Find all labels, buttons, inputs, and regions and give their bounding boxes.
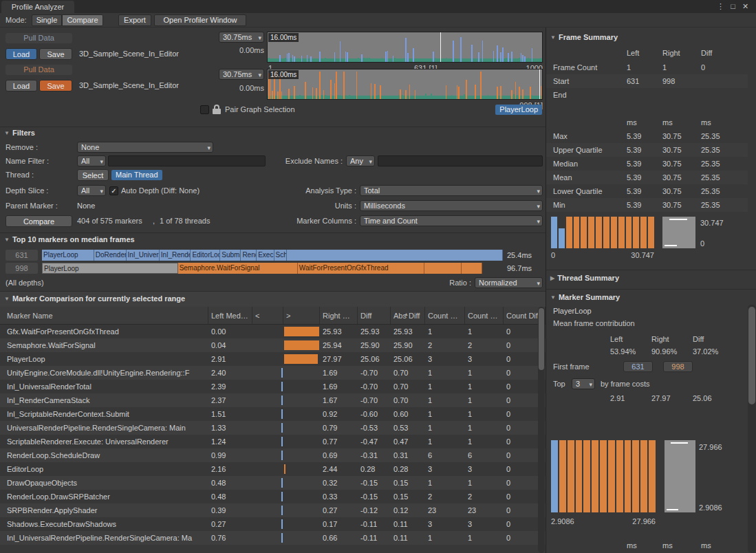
- frame-summary-histogram[interactable]: [551, 217, 654, 248]
- marker-segment[interactable]: [287, 250, 503, 261]
- marker-comparison-header[interactable]: ▼Marker Comparison for currently selecte…: [4, 294, 185, 303]
- marker-row[interactable]: Gfx.WaitForPresentOnGfxThread0.0025.9325…: [0, 325, 546, 338]
- remove-dropdown[interactable]: None ▾: [77, 142, 213, 153]
- column-header[interactable]: Marker Name: [0, 307, 208, 324]
- column-header[interactable]: Count Left: [425, 307, 465, 324]
- table-row[interactable]: Mean5.3930.7525.35: [546, 171, 748, 184]
- marker-segment[interactable]: PlayerLoop: [42, 250, 94, 261]
- marker-segment[interactable]: Inl_Render: [160, 250, 191, 261]
- marker-segment[interactable]: Sch: [274, 250, 287, 261]
- top-n-dropdown[interactable]: 3 ▾: [572, 378, 595, 389]
- first-frame-right-button[interactable]: 998: [663, 361, 693, 372]
- marker-segment[interactable]: Semaphore.WaitForSignal: [178, 263, 298, 274]
- save-right-button[interactable]: Save: [39, 80, 72, 91]
- table-row[interactable]: Start631998: [546, 74, 748, 88]
- marker-row[interactable]: Inl_RenderCameraStack2.371.67-0.700.7011…: [0, 393, 546, 407]
- first-frame-left-button[interactable]: 631: [623, 361, 653, 372]
- table-row[interactable]: Frame Count110: [546, 61, 748, 74]
- scale-right-dropdown[interactable]: 30.75ms ▾: [219, 69, 264, 80]
- tab-profile-analyzer[interactable]: Profile Analyzer: [1, 1, 74, 13]
- exclude-mode-dropdown[interactable]: Any ▾: [346, 155, 375, 166]
- selected-marker-chip[interactable]: PlayerLoop: [495, 105, 542, 115]
- table-row[interactable]: Min5.3930.7525.35: [546, 198, 748, 212]
- marker-summary-histogram[interactable]: [551, 440, 656, 512]
- maximize-icon[interactable]: □: [728, 1, 738, 12]
- ratio-dropdown[interactable]: Normalized ▾: [475, 277, 543, 288]
- marker-row[interactable]: SRPBRender.ApplyShader0.390.27-0.120.122…: [0, 503, 546, 517]
- table-scrollbar[interactable]: [538, 307, 545, 553]
- table-row[interactable]: End: [546, 88, 748, 102]
- marker-row[interactable]: ScriptableRenderer.Execute: UniversalRen…: [0, 435, 546, 448]
- frame-graph-right[interactable]: 16.00ms: [267, 69, 543, 100]
- table-row[interactable]: Upper Quartile5.3930.7525.35: [546, 143, 748, 157]
- thread-select-button[interactable]: Select: [77, 169, 109, 181]
- scrollbar-thumb[interactable]: [539, 308, 544, 370]
- close-icon[interactable]: ✕: [740, 1, 750, 12]
- marker-segment[interactable]: [424, 263, 462, 274]
- scale-left-dropdown[interactable]: 30.75ms ▾: [219, 32, 264, 43]
- pair-graph-checkbox[interactable]: [200, 105, 209, 114]
- column-header[interactable]: Right Median: [320, 307, 358, 324]
- frame-index[interactable]: 631: [6, 250, 38, 261]
- marker-row[interactable]: Inl_UniversalRenderTotal2.391.69-0.700.7…: [0, 380, 546, 393]
- marker-summary-boxplot[interactable]: [665, 440, 695, 512]
- marker-segment[interactable]: [462, 263, 482, 274]
- marker-row[interactable]: EditorLoop2.162.440.280.28330: [0, 462, 546, 476]
- marker-row[interactable]: Semaphore.WaitForSignal0.0425.9425.9025.…: [0, 338, 546, 352]
- analysis-type-dropdown[interactable]: Total ▾: [360, 185, 543, 196]
- export-button[interactable]: Export: [118, 14, 151, 26]
- frame-summary-boxplot[interactable]: [662, 217, 695, 248]
- column-header[interactable]: Left Median: [208, 307, 252, 324]
- name-filter-input[interactable]: [108, 155, 266, 166]
- table-row[interactable]: msmsms: [546, 116, 748, 129]
- marker-segment[interactable]: DoRenderL: [94, 250, 127, 261]
- open-profiler-button[interactable]: Open Profiler Window: [154, 14, 246, 26]
- marker-row[interactable]: Shadows.ExecuteDrawShadows0.270.17-0.110…: [0, 517, 546, 531]
- scrollbar-thumb[interactable]: [748, 307, 755, 404]
- marker-segment[interactable]: WaitForPresentOnGfxThread: [298, 263, 424, 274]
- marker-summary-header[interactable]: ▼Marker Summary: [550, 293, 620, 301]
- load-right-button[interactable]: Load: [6, 80, 37, 91]
- save-left-button[interactable]: Save: [39, 48, 72, 60]
- column-header[interactable]: <: [252, 307, 283, 324]
- mode-single-button[interactable]: Single: [32, 14, 62, 26]
- pull-data-right-button[interactable]: Pull Data: [6, 65, 72, 75]
- name-filter-mode-dropdown[interactable]: All ▾: [77, 155, 106, 166]
- units-dropdown[interactable]: Milliseconds ▾: [360, 200, 543, 211]
- table-row[interactable]: Lower Quartile5.3930.7525.35: [546, 184, 748, 198]
- marker-row[interactable]: UniversalRenderPipeline.RenderSingleCame…: [0, 421, 546, 435]
- panel-scrollbar[interactable]: [748, 305, 756, 553]
- frame-graph-left[interactable]: 16.00ms: [267, 32, 543, 63]
- column-header[interactable]: Count Right: [465, 307, 504, 324]
- marker-row[interactable]: Inl_ScriptableRenderContext.Submit1.510.…: [0, 407, 546, 421]
- table-row[interactable]: msmsms: [546, 539, 748, 552]
- marker-row[interactable]: UnityEngine.CoreModule.dll!UnityEngine.R…: [0, 366, 546, 380]
- exclude-names-input[interactable]: [378, 155, 543, 166]
- column-header[interactable]: >: [283, 307, 320, 324]
- window-menu-icon[interactable]: ⋮: [715, 1, 726, 12]
- marker-row[interactable]: DrawOpaqueObjects0.480.32-0.150.15110: [0, 476, 546, 490]
- load-left-button[interactable]: Load: [6, 48, 37, 60]
- pull-data-left-button[interactable]: Pull Data: [6, 33, 72, 43]
- thread-value-chip[interactable]: Main Thread: [111, 170, 162, 180]
- table-row[interactable]: Max5.3930.7525.35: [546, 129, 748, 143]
- marker-row[interactable]: Inl_UniversalRenderPipeline.RenderSingle…: [0, 531, 546, 545]
- auto-depth-checkbox[interactable]: ✓: [109, 186, 118, 195]
- column-header[interactable]: Diff: [358, 307, 391, 324]
- compare-button[interactable]: Compare: [6, 215, 72, 227]
- top10-section-header[interactable]: ▼Top 10 markers on median frames: [4, 235, 135, 243]
- marker-columns-dropdown[interactable]: Time and Count ▾: [360, 215, 543, 226]
- marker-segment[interactable]: Exec: [257, 250, 274, 261]
- marker-segment[interactable]: EditorLoo: [191, 250, 220, 261]
- marker-segment[interactable]: Rende: [241, 250, 257, 261]
- lock-icon[interactable]: [213, 105, 221, 114]
- marker-segment[interactable]: PlayerLoop: [42, 263, 178, 274]
- marker-row[interactable]: RenderLoop.ScheduleDraw0.990.69-0.310.31…: [0, 448, 546, 462]
- table-row[interactable]: Median5.3930.7525.35: [546, 157, 748, 171]
- frame-index[interactable]: 998: [6, 263, 38, 274]
- marker-segment[interactable]: Inl_Univers: [127, 250, 160, 261]
- depth-mode-dropdown[interactable]: All ▾: [77, 185, 106, 196]
- thread-summary-header[interactable]: ▶Thread Summary: [550, 274, 619, 282]
- marker-row[interactable]: PlayerLoop2.9127.9725.0625.06330: [0, 352, 546, 366]
- column-header[interactable]: ▴Abs Diff: [391, 307, 425, 324]
